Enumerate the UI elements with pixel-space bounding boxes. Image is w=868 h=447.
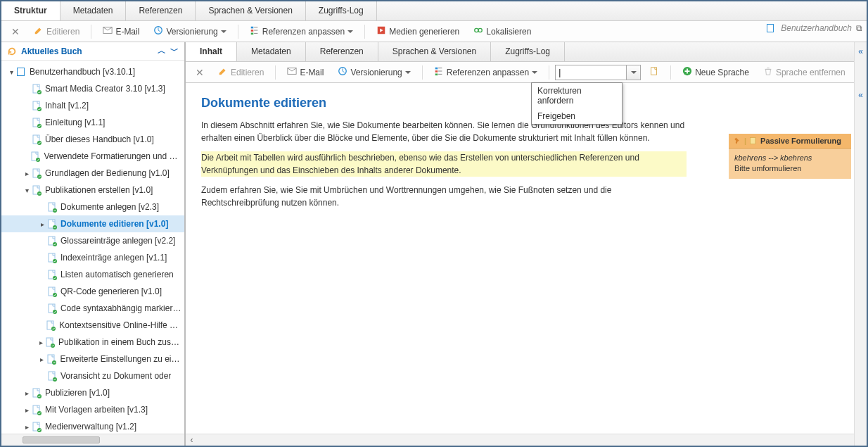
outer-tab-sprachen-versionen[interactable]: Sprachen & Versionen: [196, 1, 305, 20]
right-h-scrollbar[interactable]: ‹ ›: [186, 434, 867, 446]
adjust-refs-button[interactable]: Referenzen anpassen: [428, 62, 543, 82]
document-icon: [44, 336, 56, 348]
combo-dropdown-button[interactable]: [626, 65, 640, 80]
new-language-button[interactable]: Neue Sprache: [677, 62, 755, 82]
refs-label: Referenzen anpassen: [447, 68, 529, 77]
tree-twisty[interactable]: ▾: [23, 187, 31, 194]
tree-label: Publikationen erstellen [v1.0]: [45, 185, 153, 195]
side-strip: « «: [854, 42, 867, 446]
tree-twisty[interactable]: ▸: [38, 220, 46, 228]
left-title: Aktuelles Buch: [21, 46, 82, 56]
svg-rect-59: [651, 68, 657, 75]
book-icon: [765, 23, 777, 34]
tree-item[interactable]: ▸Dokumente editieren [v1.0]: [1, 215, 184, 232]
generate-media-button[interactable]: Medien generieren: [371, 21, 465, 42]
outer-tab-referenzen[interactable]: Referenzen: [126, 1, 196, 20]
edit-button[interactable]: Editieren: [28, 21, 85, 42]
document-content: Dokumente editieren In diesem Abschnitt …: [186, 83, 867, 434]
tree-item[interactable]: Einleitung [v1.1]: [1, 114, 184, 131]
tree-twisty[interactable]: ▸: [23, 423, 31, 431]
versioning-button[interactable]: Versionierung: [332, 62, 416, 82]
new-doc-button[interactable]: [644, 62, 665, 82]
tree-twisty[interactable]: ▸: [23, 170, 31, 177]
right-pane: « « InhaltMetadatenReferenzenSprachen & …: [186, 42, 867, 446]
tree-item[interactable]: Kontextsensitive Online-Hilfe erstellen: [1, 317, 184, 334]
tree-item[interactable]: Über dieses Handbuch [v1.0]: [1, 131, 184, 148]
refresh-icon[interactable]: [7, 46, 17, 56]
outer-tab-bar: StrukturMetadatenReferenzenSprachen & Ve…: [1, 1, 867, 21]
collapse-strip-icon[interactable]: «: [858, 46, 863, 56]
tree-item[interactable]: Voransicht zu Dokument oder: [1, 367, 184, 384]
workflow-combo[interactable]: [555, 65, 641, 80]
inner-tab-referenzen[interactable]: Referenzen: [306, 42, 378, 61]
close-button[interactable]: ✕: [190, 62, 210, 82]
tree-view[interactable]: ▾Benutzerhandbuch [v3.10.1]Smart Media C…: [1, 61, 184, 434]
manual-link[interactable]: Benutzerhandbuch ⧉: [765, 23, 862, 34]
edit-label: Editieren: [231, 68, 264, 77]
svg-rect-58: [435, 74, 438, 76]
chevron-up-icon[interactable]: ︿: [158, 45, 166, 57]
tree-twisty[interactable]: ▾: [7, 68, 15, 76]
expand-icon[interactable]: ⧉: [856, 23, 862, 33]
tree-item[interactable]: Dokumente anlegen [v2.3]: [1, 199, 184, 215]
inner-tab-metadaten[interactable]: Metadaten: [237, 42, 306, 61]
document-icon: [31, 404, 42, 415]
tree-item[interactable]: Code syntaxabhängig markieren: [1, 300, 184, 317]
outer-tab-zugriffs-log[interactable]: Zugriffs-Log: [306, 1, 377, 20]
tree-twisty[interactable]: ▸: [23, 389, 31, 397]
scroll-left-icon[interactable]: ‹: [186, 435, 198, 445]
tree-item[interactable]: ▸Grundlagen der Bedienung [v1.0]: [1, 165, 184, 182]
tree-item[interactable]: ▾Benutzerhandbuch [v3.10.1]: [1, 63, 184, 80]
collapse-strip-icon-2[interactable]: «: [858, 90, 863, 100]
chevron-down-icon: [405, 71, 411, 77]
chevron-down-icon[interactable]: ﹀: [170, 45, 179, 57]
inner-tab-sprachen-versionen[interactable]: Sprachen & Versionen: [378, 42, 491, 61]
edit-button[interactable]: Editieren: [212, 62, 269, 82]
tree-item[interactable]: ▸Publizieren [v1.0]: [1, 384, 184, 401]
document-icon: [46, 370, 58, 382]
dropdown-item[interactable]: Freigeben: [532, 108, 622, 124]
email-button[interactable]: E-Mail: [281, 62, 329, 82]
adjust-refs-button[interactable]: Referenzen anpassen: [244, 21, 359, 42]
tree-item[interactable]: ▸Erweiterte Einstellungen zu einem: [1, 351, 184, 367]
document-icon: [46, 353, 57, 365]
inner-tab-inhalt[interactable]: Inhalt: [186, 42, 237, 61]
tree-item[interactable]: Verwendete Formatierungen und Symbole: [1, 148, 184, 165]
versioning-button[interactable]: Versionierung: [148, 21, 231, 42]
tree-item[interactable]: Glossareinträge anlegen [v2.2]: [1, 232, 184, 249]
tree-label: Medienverwaltung [v1.2]: [45, 422, 136, 432]
outer-tab-struktur[interactable]: Struktur: [1, 1, 60, 20]
document-icon: [31, 168, 42, 179]
dropdown-item[interactable]: Korrekturen anfordern: [532, 83, 622, 108]
comment-card[interactable]: | Passive Formulierung kbehrens --> kbeh…: [729, 134, 851, 179]
localize-button[interactable]: Lokalisieren: [468, 21, 537, 42]
document-icon: [46, 269, 58, 280]
tree-item[interactable]: Inhalt [v1.2]: [1, 97, 184, 114]
outer-tab-metadaten[interactable]: Metadaten: [60, 1, 127, 20]
svg-rect-9: [767, 25, 773, 32]
email-button[interactable]: E-Mail: [97, 21, 145, 42]
scroll-thumb[interactable]: [23, 436, 100, 443]
chevron-down-icon: [532, 71, 537, 77]
document-icon: [46, 235, 58, 246]
tree-item[interactable]: ▸Medienverwaltung [v1.2]: [1, 418, 184, 434]
inner-tab-zugriffs-log[interactable]: Zugriffs-Log: [491, 42, 565, 61]
tree-item[interactable]: ▸Publikation in einem Buch zusammenfasse…: [1, 334, 184, 351]
tree-item[interactable]: Listen automatisch generieren: [1, 266, 184, 283]
close-button[interactable]: ✕: [6, 21, 25, 42]
tree-twisty[interactable]: ▸: [38, 355, 46, 363]
tree-label: Verwendete Formatierungen und Symbole: [44, 151, 181, 161]
tree-item[interactable]: ▾Publikationen erstellen [v1.0]: [1, 182, 184, 199]
tree-label: Smart Media Creator 3.10 [v1.3]: [45, 84, 165, 94]
tree-item[interactable]: QR-Code generieren [v1.0]: [1, 283, 184, 300]
tree-item[interactable]: ▸Mit Vorlagen arbeiten [v1.3]: [1, 401, 184, 418]
workflow-input[interactable]: [556, 65, 626, 80]
refs-icon: [434, 66, 444, 78]
left-h-scrollbar[interactable]: [1, 434, 184, 446]
tree-item[interactable]: Indexeinträge anlegen [v1.1]: [1, 249, 184, 266]
tree-item[interactable]: Smart Media Creator 3.10 [v1.3]: [1, 80, 184, 97]
delete-language-button[interactable]: Sprache entfernen: [758, 62, 851, 82]
tree-twisty[interactable]: ▸: [23, 406, 31, 414]
tree-twisty[interactable]: ▸: [38, 339, 44, 346]
book-icon: [15, 66, 27, 77]
